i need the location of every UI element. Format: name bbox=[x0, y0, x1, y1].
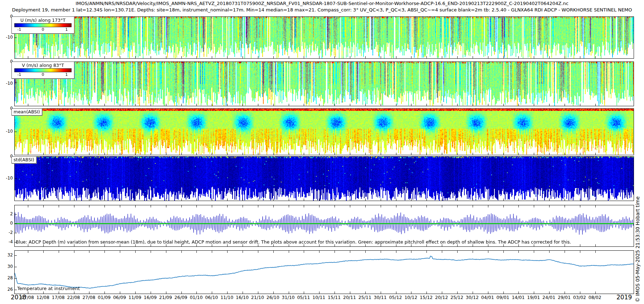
y-tick-label: -10 bbox=[2, 176, 13, 181]
x-tick-label: 11/10 bbox=[220, 295, 233, 300]
x-tick-label: 10/11 bbox=[312, 295, 325, 300]
x-tick-label: 16/09 bbox=[144, 295, 157, 300]
x-tick-label: 11/09 bbox=[128, 295, 141, 300]
x-tick-label: 31/10 bbox=[282, 295, 295, 300]
y-tick-label: -4 bbox=[2, 239, 13, 244]
x-tick-label: 22/08 bbox=[67, 295, 80, 300]
temperature-plot bbox=[14, 250, 634, 294]
colorbar-tick-labels: -1 0 1 bbox=[12, 27, 74, 32]
x-tick-label: 15/11 bbox=[328, 295, 341, 300]
x-tick-label: 17/08 bbox=[52, 295, 65, 300]
adcp-figure: IMOS/ANMN/NRS/NRSDAR/Velocity/IMOS_ANMN-… bbox=[0, 0, 644, 304]
x-tick-label: 26/10 bbox=[267, 295, 279, 300]
x-tick-label: 10/12 bbox=[404, 295, 417, 300]
x-tick-label: 30/11 bbox=[374, 295, 387, 300]
x-tick-label: 07/08 bbox=[21, 295, 34, 300]
v-colorbar-legend: V (m/s) along 83°T -1 0 1 bbox=[11, 62, 74, 79]
mean-absi-label: mean(ABSI) bbox=[11, 108, 42, 116]
colorbar-tick: 1 bbox=[65, 27, 68, 32]
colorbar-tick: 0 bbox=[42, 27, 44, 32]
depth-variation-note: Blue: ADCP Depth (m) variation from sens… bbox=[16, 239, 571, 245]
colorbar-tick: -1 bbox=[17, 27, 21, 32]
y-tick-label: -10 bbox=[2, 35, 13, 40]
x-tick-label: 27/08 bbox=[82, 295, 95, 300]
figure-title-line1: IMOS/ANMN/NRS/NRSDAR/Velocity/IMOS_ANMN-… bbox=[0, 1, 644, 6]
std-absi-heatmap bbox=[14, 156, 634, 201]
colorbar-tick: 0 bbox=[42, 72, 44, 77]
x-tick-label: 09/01 bbox=[497, 295, 509, 300]
x-tick-label: 21/10 bbox=[251, 295, 264, 300]
v-velocity-heatmap bbox=[14, 62, 634, 106]
y-tick-label: 30 bbox=[2, 264, 13, 269]
x-tick-label: 01/10 bbox=[190, 295, 203, 300]
colorbar-tick: -1 bbox=[17, 72, 21, 77]
colorbar-tick-labels: -1 0 1 bbox=[12, 72, 74, 77]
copyright-vertical-text: © IMOS 05-May-2025 21:53:30 Hobart time bbox=[635, 196, 640, 302]
v-legend-title: V (m/s) along 83°T bbox=[12, 63, 74, 68]
x-tick-label: 29/01 bbox=[558, 295, 571, 300]
x-axis-year-right: 2019 bbox=[616, 294, 632, 301]
x-tick-label: 03/02 bbox=[573, 295, 586, 300]
jet-colorbar bbox=[14, 23, 72, 27]
u-legend-title: U (m/s) along 173°T bbox=[12, 18, 74, 23]
x-tick-label: 25/12 bbox=[450, 295, 463, 300]
x-tick-label: 08/02 bbox=[589, 295, 601, 300]
y-tick-label: 32 bbox=[2, 252, 13, 258]
x-tick-label: 26/09 bbox=[175, 295, 187, 300]
y-tick-label: 28 bbox=[2, 275, 13, 280]
u-velocity-heatmap bbox=[14, 16, 634, 59]
x-tick-label: 12/08 bbox=[36, 295, 49, 300]
x-tick-label: 06/10 bbox=[205, 295, 218, 300]
temperature-label: Temperature at instrument bbox=[17, 286, 80, 291]
x-tick-label: 05/12 bbox=[389, 295, 402, 300]
x-tick-label: 30/12 bbox=[466, 295, 479, 300]
x-tick-label: 01/09 bbox=[98, 295, 111, 300]
y-tick-label: -10 bbox=[2, 81, 13, 86]
u-colorbar-legend: U (m/s) along 173°T -1 0 1 bbox=[11, 16, 74, 34]
x-tick-label: 20/11 bbox=[343, 295, 356, 300]
y-tick-label: -10 bbox=[2, 129, 13, 134]
y-tick-label: -2 bbox=[2, 230, 13, 235]
y-tick-label: 26 bbox=[2, 287, 13, 292]
y-tick-label: 2 bbox=[2, 211, 13, 216]
x-tick-label: 19/01 bbox=[527, 295, 540, 300]
x-tick-label: 21/09 bbox=[159, 295, 172, 300]
x-tick-label: 15/12 bbox=[420, 295, 433, 300]
figure-title-line2: Deployment 19, member 1 lat=12.34S lon=1… bbox=[0, 7, 644, 13]
x-tick-label: 06/09 bbox=[113, 295, 126, 300]
mean-absi-heatmap bbox=[14, 108, 634, 155]
x-tick-label: 04/01 bbox=[481, 295, 494, 300]
jet-colorbar bbox=[14, 68, 72, 72]
x-tick-label: 16/10 bbox=[236, 295, 249, 300]
x-tick-label: 24/01 bbox=[542, 295, 555, 300]
x-tick-label: 25/11 bbox=[358, 295, 371, 300]
x-tick-label: 20/12 bbox=[435, 295, 448, 300]
y-tick-label: 0 bbox=[2, 221, 13, 226]
x-tick-label: 05/11 bbox=[297, 295, 310, 300]
colorbar-tick: 1 bbox=[65, 72, 68, 77]
std-absi-label: std(ABSI) bbox=[11, 156, 36, 163]
x-tick-label: 14/01 bbox=[512, 295, 525, 300]
